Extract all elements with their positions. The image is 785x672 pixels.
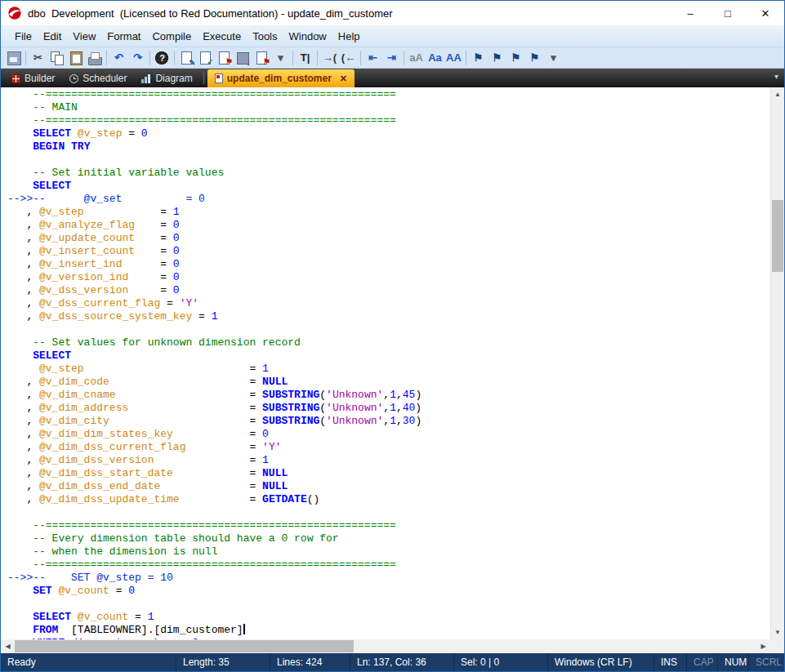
code-line: , @v_update_count = 0 — [7, 232, 770, 245]
scroll-right-icon[interactable]: ▶ — [756, 639, 770, 653]
vertical-scrollbar[interactable]: ▲ ▼ — [770, 87, 784, 639]
copy-icon[interactable] — [47, 49, 66, 67]
toolbar-separator — [25, 51, 26, 65]
code-token: @v_dim_dss_end_date — [39, 480, 160, 492]
maximize-button[interactable]: □ — [709, 1, 747, 25]
vertical-scrollbar-thumb[interactable] — [772, 200, 783, 272]
code-line: --======================================… — [7, 519, 770, 532]
minimize-button[interactable]: – — [671, 1, 709, 25]
menu-tools[interactable]: Tools — [247, 27, 283, 46]
status-insert-mode: INS — [653, 653, 686, 671]
scroll-left-icon[interactable]: ◀ — [1, 639, 15, 653]
editor-area: --======================================… — [1, 87, 784, 639]
code-line: SELECT — [7, 349, 770, 363]
tab-builder[interactable]: Builder — [4, 69, 62, 87]
code-line: , @v_version_ind = 0 — [7, 271, 770, 284]
code-token: 0 — [173, 258, 180, 270]
text-height-icon[interactable]: T| — [296, 49, 314, 67]
horizontal-scrollbar[interactable]: ◀ ▶ — [1, 639, 770, 653]
tab-diagram[interactable]: Diagram — [134, 69, 199, 87]
menu-view[interactable]: View — [67, 27, 101, 46]
code-token: , — [7, 415, 39, 427]
code-line: , @v_dim_dim_states_key = 0 — [7, 428, 770, 441]
code-token — [7, 140, 33, 153]
redo-icon[interactable]: ↷ — [128, 49, 147, 67]
code-token: , — [7, 376, 39, 388]
code-editor[interactable]: --======================================… — [1, 87, 770, 639]
code-token: = — [122, 258, 172, 270]
bookmark-clear-icon[interactable]: ⚑ — [525, 49, 544, 67]
menu-file[interactable]: File — [9, 27, 38, 46]
save-icon[interactable] — [4, 49, 23, 67]
view-source-icon[interactable] — [177, 49, 196, 67]
code-token: 0 — [173, 232, 180, 244]
match-bracket-prev-icon[interactable]: (← — [339, 49, 358, 67]
titlecase-icon[interactable]: Aa — [426, 49, 444, 67]
code-token: @v_update_count — [39, 232, 135, 244]
tab-overflow-icon[interactable]: ▾ — [774, 72, 778, 81]
tab-label: Diagram — [155, 73, 192, 84]
dropdown-icon[interactable]: ▾ — [271, 49, 290, 67]
code-token: 0 — [173, 284, 180, 296]
code-token: = — [109, 415, 262, 427]
text-cursor — [243, 624, 245, 634]
undo-icon[interactable]: ↶ — [109, 49, 128, 67]
status-eol-mode: Windows (CR LF) — [547, 653, 653, 671]
tab-close-icon[interactable]: ✕ — [340, 73, 347, 84]
save-compile-icon[interactable] — [234, 49, 252, 67]
code-token: @v_dim_dss_start_date — [39, 467, 173, 479]
compile-icon[interactable] — [215, 49, 234, 67]
menu-window[interactable]: Window — [283, 27, 332, 46]
titlebar: dbo Development (Licensed to Red Documen… — [1, 1, 784, 25]
cut-icon[interactable]: ✂ — [29, 49, 47, 67]
tab-update_dim_customer[interactable]: update_dim_customer✕ — [207, 69, 355, 87]
print-icon[interactable] — [85, 49, 104, 67]
tab-scheduler[interactable]: Scheduler — [62, 69, 134, 87]
code-line: --======================================… — [7, 88, 770, 101]
paste-icon[interactable] — [66, 49, 85, 67]
outdent-icon[interactable]: ⇤ — [364, 49, 382, 67]
code-token: @v_dss_version — [39, 284, 128, 296]
bookmark-prev-icon[interactable]: ⚑ — [506, 49, 525, 67]
menu-execute[interactable]: Execute — [197, 27, 247, 46]
code-line: , @v_dim_code = NULL — [7, 376, 770, 389]
scroll-up-icon[interactable]: ▲ — [771, 87, 784, 101]
code-token: ( — [319, 402, 326, 414]
code-token: 1 — [262, 363, 269, 375]
indent-icon[interactable]: ⇥ — [382, 49, 401, 67]
menu-format[interactable]: Format — [101, 27, 146, 46]
document-icon — [215, 73, 223, 83]
code-token: --======================================… — [7, 519, 396, 532]
code-line: , @v_dim_city = SUBSTRING('Unknown',1,30… — [7, 415, 770, 428]
menu-edit[interactable]: Edit — [38, 27, 67, 46]
code-token: @v_step — [78, 127, 123, 140]
menu-compile[interactable]: Compile — [146, 27, 197, 46]
code-token: @v_dss_current_flag — [39, 297, 160, 309]
lowercase-icon[interactable]: aA — [407, 49, 426, 67]
code-token: = — [84, 363, 262, 375]
code-token: GETDATE — [262, 493, 307, 505]
scroll-down-icon[interactable]: ▼ — [771, 625, 784, 639]
uppercase-icon[interactable]: AA — [444, 49, 463, 67]
match-bracket-next-icon[interactable]: →( — [320, 49, 339, 67]
code-token: , — [383, 389, 390, 401]
code-line: SELECT — [7, 180, 770, 193]
menu-help[interactable]: Help — [332, 27, 366, 46]
code-token: -->>-- SET @v_step = 10 — [7, 572, 173, 584]
document-check-icon[interactable] — [196, 49, 215, 67]
code-token: , — [7, 232, 39, 244]
horizontal-scrollbar-thumb[interactable] — [15, 640, 354, 652]
bookmark-toggle-icon[interactable]: ⚑ — [469, 49, 488, 67]
code-token: 0 — [141, 127, 148, 140]
tab-label: Scheduler — [83, 73, 127, 84]
compile-options-icon[interactable] — [252, 49, 271, 67]
code-token — [71, 127, 78, 140]
dropdown-icon-2[interactable]: ▾ — [544, 49, 563, 67]
code-token: -- Set initial variable values — [7, 167, 224, 179]
bookmark-next-icon[interactable]: ⚑ — [488, 49, 506, 67]
code-token: 'Unknown' — [326, 389, 383, 401]
code-line: , @v_dss_version = 0 — [7, 284, 770, 297]
tabbar: BuilderSchedulerDiagramupdate_dim_custom… — [1, 69, 784, 87]
close-button[interactable]: ✕ — [747, 1, 784, 25]
help-icon[interactable]: ? — [153, 49, 172, 67]
